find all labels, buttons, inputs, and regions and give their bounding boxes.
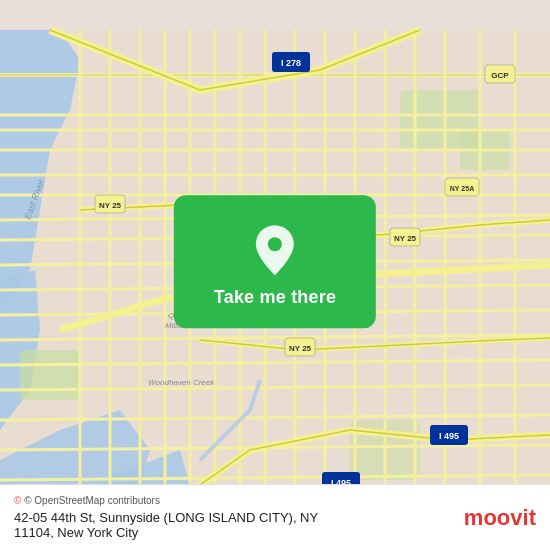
svg-text:NY 25: NY 25 [99,201,122,210]
osm-attribution: © © OpenStreetMap contributors [14,495,318,506]
address-section: © © OpenStreetMap contributors 42-05 44t… [14,495,318,540]
bottom-bar: © © OpenStreetMap contributors 42-05 44t… [0,484,550,550]
map-container: I 278 NY 25 NY 25 NY 25A GCP I 495 NY 25… [0,0,550,550]
svg-rect-1 [20,350,80,400]
svg-text:I 278: I 278 [281,58,301,68]
moovit-logo: moovit [464,505,536,531]
cta-overlay[interactable]: Take me there [174,195,376,328]
svg-text:NY 25: NY 25 [289,344,312,353]
svg-point-59 [268,237,282,251]
moovit-logo-text: moovit [464,505,536,531]
svg-text:NY 25A: NY 25A [450,185,474,192]
location-pin-icon [253,223,297,277]
take-me-there-button[interactable]: Take me there [214,287,336,308]
svg-text:NY 25: NY 25 [394,234,417,243]
svg-text:I 495: I 495 [439,431,459,441]
address-line: 42-05 44th St, Sunnyside (LONG ISLAND CI… [14,510,318,540]
svg-text:GCP: GCP [491,71,509,80]
svg-text:Woodhaven Creek: Woodhaven Creek [148,378,215,387]
